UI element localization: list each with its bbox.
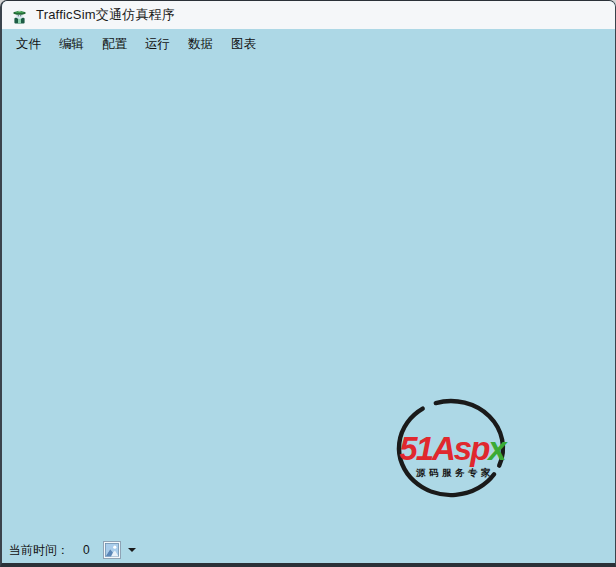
app-window: TrafficSim交通仿真程序 文件 编辑 配置 运行 数据 图表 51Asp…	[0, 0, 616, 567]
menu-item-config[interactable]: 配置	[94, 31, 135, 58]
menubar: 文件 编辑 配置 运行 数据 图表	[2, 29, 615, 59]
51aspx-watermark-logo: 51Aspx 源码服务专家	[386, 396, 518, 502]
menu-item-data[interactable]: 数据	[180, 31, 221, 58]
window-title: TrafficSim交通仿真程序	[36, 6, 175, 24]
menu-item-edit[interactable]: 编辑	[51, 31, 92, 58]
image-icon	[103, 541, 121, 559]
menu-item-chart[interactable]: 图表	[223, 31, 264, 58]
logo-subtitle: 源码服务专家	[415, 467, 494, 478]
current-time-value: 0	[83, 543, 90, 557]
simulation-canvas: 51Aspx 源码服务专家	[2, 59, 615, 537]
logo-text-51: 51	[399, 430, 432, 467]
statusbar: 当前时间： 0	[2, 537, 615, 563]
menu-item-file[interactable]: 文件	[8, 31, 49, 58]
dropdown-arrow-icon	[128, 548, 136, 552]
logo-text-asp: Asp	[431, 430, 490, 467]
current-time-label: 当前时间：	[9, 542, 69, 559]
logo-wordmark: 51Aspx	[399, 430, 508, 467]
titlebar[interactable]: TrafficSim交通仿真程序	[2, 1, 615, 29]
menu-item-run[interactable]: 运行	[137, 31, 178, 58]
app-icon	[11, 7, 28, 24]
image-dropdown-button[interactable]	[102, 540, 137, 560]
